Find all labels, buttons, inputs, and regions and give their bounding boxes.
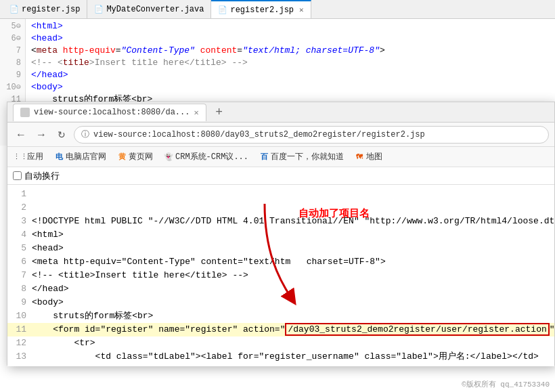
source-line-3: 3 <!DOCTYPE html PUBLIC "-//W3C//DTD HTM… — [7, 215, 554, 228]
browser-tab-label: view-source:localhost:8080/da... — [34, 108, 190, 117]
bookmark-pc-store[interactable]: 电 电脑店官网 — [51, 150, 109, 164]
bookmark-apps[interactable]: ⋮⋮ 应用 — [13, 150, 46, 164]
code-line-10: <body> — [31, 81, 550, 93]
word-wrap-label: 自动换行 — [24, 170, 60, 182]
line-num-8: 8 — [0, 57, 21, 69]
bookmark-crm-label: CRM系统-CRM议... — [175, 151, 248, 162]
yellow-pages-icon: 黄 — [117, 152, 127, 162]
source-line-2: 2 — [7, 201, 554, 215]
source-view: 1 2 3 <!DOCTYPE html PUBLIC "-//W3C//DTD… — [7, 185, 554, 366]
source-line-5: 5 <head> — [7, 242, 554, 255]
refresh-button[interactable]: ↻ — [53, 127, 70, 143]
baidu-icon: 百 — [259, 152, 269, 162]
bookmark-crm[interactable]: 👻 CRM系统-CRM议... — [161, 150, 251, 164]
tab-label-mydateconverter: MyDateConverter.java — [106, 5, 204, 14]
browser-window: view-source:localhost:8080/da... ✕ + ← →… — [7, 102, 555, 366]
browser-tab-bar: view-source:localhost:8080/da... ✕ + — [7, 102, 554, 123]
tab-label-register: register.jsp — [22, 5, 80, 14]
bookmark-map[interactable]: 🗺 地图 — [352, 150, 385, 164]
editor-tab-mydateconverter[interactable]: 📄 MyDateConverter.java — [87, 0, 211, 18]
line-num-6: 6⊖ — [0, 32, 21, 45]
source-line-4: 4 <html> — [7, 228, 554, 242]
watermark: ©版权所有 qq_41753340 — [462, 379, 550, 389]
file-icon-jsp1: 📄 — [9, 5, 19, 14]
line-num-9: 9 — [0, 69, 21, 81]
crm-icon: 👻 — [164, 152, 173, 162]
source-line-9: 9 <body> — [7, 296, 554, 309]
source-line-6: 6 <meta http-equiv="Content-Type" conten… — [7, 255, 554, 269]
source-line-10: 10 struts的form标签<br> — [7, 309, 554, 323]
browser-active-tab[interactable]: view-source:localhost:8080/da... ✕ — [13, 104, 206, 121]
forward-button[interactable]: → — [33, 127, 49, 143]
line-num-10: 10⊖ — [0, 81, 21, 93]
tab-label-register2: register2.jsp — [230, 5, 294, 15]
editor-tab-register-jsp[interactable]: 📄 register.jsp — [3, 0, 87, 18]
bookmarks-bar: ⋮⋮ 应用 电 电脑店官网 黄 黄页网 👻 CRM系统-CRM议... 百 百度… — [7, 147, 554, 167]
browser-tab-close-btn[interactable]: ✕ — [194, 108, 198, 118]
file-icon-jsp2: 📄 — [218, 5, 227, 14]
editor-tab-bar: 📄 register.jsp 📄 MyDateConverter.java 📄 … — [0, 0, 555, 19]
editor-tab-register2-jsp[interactable]: 📄 register2.jsp ✕ — [211, 0, 311, 18]
bookmark-yellow-pages[interactable]: 黄 黄页网 — [114, 150, 156, 164]
source-line-13: 13 <td class="tdLabel"><label for="regis… — [7, 350, 554, 364]
source-line-7: 7 <!-- <title>Insert title here</title> … — [7, 269, 554, 282]
new-tab-btn[interactable]: + — [210, 104, 228, 121]
bookmark-pc-store-label: 电脑店官网 — [66, 151, 106, 162]
browser-nav-bar: ← → ↻ ⓘ view-source:localhost:8080/day03… — [7, 123, 554, 147]
source-line-12: 12 <tr> — [7, 336, 554, 350]
word-wrap-bar: 自动换行 — [7, 167, 554, 185]
address-bar[interactable]: ⓘ view-source:localhost:8080/day03_strut… — [74, 126, 549, 144]
code-line-7: <meta http-equiv="Content-Type" content=… — [31, 45, 550, 57]
source-line-1: 1 — [7, 188, 554, 201]
code-line-8: <!-- <title>Insert title here</title> --… — [31, 57, 550, 69]
source-line-14: 14 <td — [7, 364, 554, 366]
address-text: view-source:localhost:8080/day03_struts2… — [93, 130, 425, 139]
lock-icon: ⓘ — [81, 129, 89, 140]
browser-tab-favicon — [20, 108, 30, 117]
bookmark-baidu[interactable]: 百 百度一下，你就知道 — [257, 150, 347, 164]
source-line-8: 8 </head> — [7, 282, 554, 296]
code-line-6: <head> — [31, 32, 550, 45]
source-line-11: 11 <form id="register" name="register" a… — [7, 323, 554, 336]
word-wrap-checkbox[interactable] — [13, 171, 22, 180]
bookmark-apps-label: 应用 — [27, 151, 43, 162]
code-line-9: </head> — [31, 69, 550, 81]
map-icon: 🗺 — [355, 152, 364, 162]
apps-icon: ⋮⋮ — [16, 152, 25, 162]
pc-store-icon: 电 — [54, 152, 64, 162]
bookmark-map-label: 地图 — [366, 151, 382, 162]
file-icon-java: 📄 — [94, 5, 104, 14]
back-button[interactable]: ← — [13, 127, 29, 143]
line-num-7: 7 — [0, 45, 21, 57]
line-num-5: 5⊖ — [0, 20, 21, 32]
bookmark-yellow-pages-label: 黄页网 — [129, 151, 153, 162]
code-line-5: <html> — [31, 20, 550, 32]
tab-close-register2[interactable]: ✕ — [299, 5, 304, 14]
bookmark-baidu-label: 百度一下，你就知道 — [271, 151, 344, 162]
